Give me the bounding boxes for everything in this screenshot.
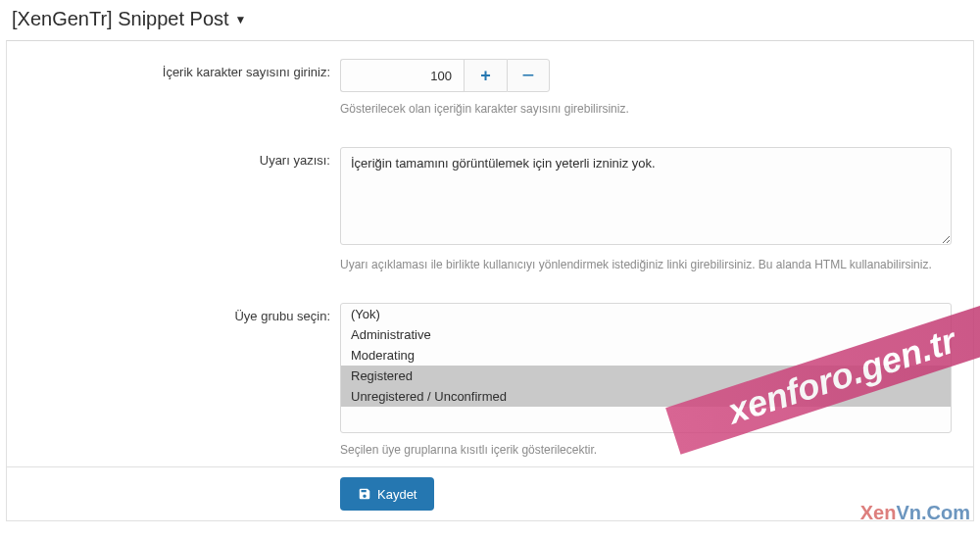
groups-label: Üye grubu seçin: xyxy=(7,303,340,457)
row-groups: Üye grubu seçin: (Yok)AdministrativeMode… xyxy=(7,281,973,466)
form-container: İçerik karakter sayısını giriniz: + − Gö… xyxy=(6,40,974,521)
group-option[interactable]: Moderating xyxy=(341,345,951,366)
page-title-container[interactable]: [XenGenTr] Snippet Post ▼ xyxy=(0,0,980,38)
decrement-button[interactable]: − xyxy=(507,59,550,92)
group-option[interactable]: Unregistered / Unconfirmed xyxy=(341,386,951,407)
char-count-stepper: + − xyxy=(340,59,952,92)
save-icon xyxy=(358,487,371,501)
plus-icon: + xyxy=(480,66,491,86)
warning-textarea[interactable] xyxy=(340,147,952,245)
caret-down-icon: ▼ xyxy=(235,13,247,26)
group-option[interactable]: Registered xyxy=(341,366,951,386)
page-title: [XenGenTr] Snippet Post xyxy=(12,8,229,30)
warning-help: Uyarı açıklaması ile birlikte kullanıcıy… xyxy=(340,258,952,271)
group-option[interactable]: Administrative xyxy=(341,324,951,345)
warning-label: Uyarı yazısı: xyxy=(7,147,340,271)
groups-multiselect[interactable]: (Yok)AdministrativeModeratingRegisteredU… xyxy=(340,303,952,433)
minus-icon: − xyxy=(522,63,535,88)
char-count-label: İçerik karakter sayısını giriniz: xyxy=(7,59,340,116)
submit-bar: Kaydet xyxy=(7,466,973,520)
save-button-label: Kaydet xyxy=(377,487,416,502)
increment-button[interactable]: + xyxy=(464,59,507,92)
char-count-help: Gösterilecek olan içeriğin karakter sayı… xyxy=(340,102,952,116)
char-count-input[interactable] xyxy=(340,59,464,92)
groups-help: Seçilen üye gruplarına kısıtlı içerik gö… xyxy=(340,443,952,457)
save-button[interactable]: Kaydet xyxy=(340,477,434,511)
row-warning: Uyarı yazısı: Uyarı açıklaması ile birli… xyxy=(7,125,973,281)
row-char-count: İçerik karakter sayısını giriniz: + − Gö… xyxy=(7,41,973,125)
group-option[interactable]: (Yok) xyxy=(341,304,951,324)
